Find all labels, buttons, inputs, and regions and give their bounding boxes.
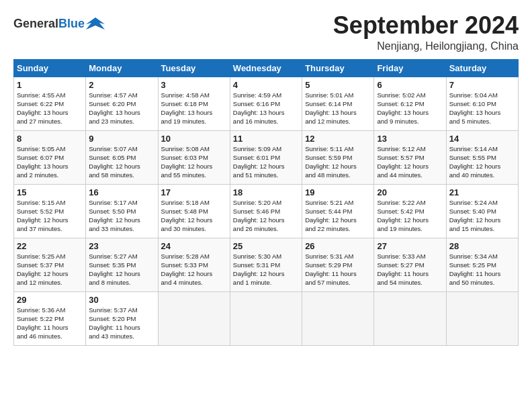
day-info: Sunset: 6:07 PM	[17, 154, 83, 163]
calendar-cell: 23Sunrise: 5:27 AMSunset: 5:35 PMDayligh…	[86, 238, 158, 291]
calendar-cell: 22Sunrise: 5:25 AMSunset: 5:37 PMDayligh…	[14, 238, 86, 291]
day-info: Sunrise: 5:17 AM	[89, 199, 154, 208]
calendar-cell	[302, 291, 374, 345]
day-info: Daylight: 12 hours	[233, 270, 299, 279]
day-info: Sunset: 5:37 PM	[17, 261, 83, 270]
day-number: 20	[377, 187, 443, 199]
day-info: Sunset: 5:59 PM	[305, 154, 371, 163]
day-number: 1	[17, 79, 83, 91]
day-info: and 44 minutes.	[377, 171, 443, 180]
day-info: Daylight: 11 hours	[377, 270, 443, 279]
calendar-cell: 9Sunrise: 5:07 AMSunset: 6:05 PMDaylight…	[86, 130, 158, 184]
calendar-cell: 15Sunrise: 5:15 AMSunset: 5:52 PMDayligh…	[14, 184, 86, 238]
svg-marker-0	[86, 17, 105, 30]
day-info: Sunrise: 5:25 AM	[17, 253, 83, 261]
day-info: and 55 minutes.	[161, 171, 227, 180]
weekday-header-monday: Monday	[86, 59, 158, 77]
day-info: Sunset: 6:05 PM	[89, 154, 154, 163]
calendar-week-row: 8Sunrise: 5:05 AMSunset: 6:07 PMDaylight…	[14, 130, 519, 184]
day-info: and 19 minutes.	[161, 118, 227, 126]
month-title: September 2024	[333, 12, 519, 39]
weekday-header-wednesday: Wednesday	[230, 59, 302, 77]
weekday-header-sunday: Sunday	[14, 59, 86, 77]
calendar-cell: 8Sunrise: 5:05 AMSunset: 6:07 PMDaylight…	[14, 130, 86, 184]
day-info: Sunrise: 4:55 AM	[17, 91, 83, 100]
day-info: and 43 minutes.	[89, 332, 154, 341]
day-info: Sunset: 5:40 PM	[449, 208, 515, 216]
day-info: Sunrise: 5:36 AM	[17, 306, 83, 315]
day-info: and 37 minutes.	[17, 225, 83, 234]
day-info: Daylight: 13 hours	[17, 109, 83, 118]
day-info: and 2 minutes.	[17, 171, 83, 180]
day-info: and 19 minutes.	[377, 225, 443, 234]
day-info: and 9 minutes.	[377, 118, 443, 126]
calendar-table: SundayMondayTuesdayWednesdayThursdayFrid…	[13, 59, 519, 346]
logo-bird-icon	[86, 15, 105, 34]
day-info: Daylight: 13 hours	[161, 109, 227, 118]
day-info: Sunrise: 4:57 AM	[89, 91, 154, 100]
day-info: Sunrise: 5:28 AM	[161, 253, 227, 261]
header: GeneralBlue September 2024 Nenjiang, Hei…	[13, 12, 519, 52]
day-info: Sunset: 6:10 PM	[449, 100, 515, 109]
day-info: Sunrise: 5:31 AM	[305, 253, 371, 261]
calendar-cell: 16Sunrise: 5:17 AMSunset: 5:50 PMDayligh…	[86, 184, 158, 238]
day-info: Sunrise: 5:08 AM	[161, 145, 227, 154]
day-info: Daylight: 12 hours	[449, 163, 515, 171]
location: Nenjiang, Heilongjiang, China	[333, 40, 519, 52]
calendar-cell: 30Sunrise: 5:37 AMSunset: 5:20 PMDayligh…	[86, 291, 158, 345]
day-info: Sunrise: 5:02 AM	[377, 91, 443, 100]
day-info: Sunset: 5:25 PM	[449, 261, 515, 270]
day-number: 29	[17, 294, 83, 306]
day-info: Sunrise: 5:20 AM	[233, 199, 299, 208]
day-info: Sunrise: 5:07 AM	[89, 145, 154, 154]
calendar-cell: 12Sunrise: 5:11 AMSunset: 5:59 PMDayligh…	[302, 130, 374, 184]
calendar-week-row: 15Sunrise: 5:15 AMSunset: 5:52 PMDayligh…	[14, 184, 519, 238]
day-info: and 12 minutes.	[305, 118, 371, 126]
day-info: Daylight: 13 hours	[449, 109, 515, 118]
day-number: 3	[161, 79, 227, 91]
calendar-cell: 11Sunrise: 5:09 AMSunset: 6:01 PMDayligh…	[230, 130, 302, 184]
day-info: Sunset: 6:18 PM	[161, 100, 227, 109]
day-info: Sunrise: 5:37 AM	[89, 306, 154, 315]
day-info: Daylight: 13 hours	[89, 109, 154, 118]
day-number: 15	[17, 187, 83, 199]
day-info: Daylight: 12 hours	[377, 163, 443, 171]
day-info: Sunrise: 5:24 AM	[449, 199, 515, 208]
day-info: Sunrise: 5:18 AM	[161, 199, 227, 208]
day-info: Daylight: 12 hours	[89, 163, 154, 171]
day-info: and 22 minutes.	[305, 225, 371, 234]
calendar-cell: 1Sunrise: 4:55 AMSunset: 6:22 PMDaylight…	[14, 77, 86, 130]
day-info: Daylight: 12 hours	[17, 216, 83, 225]
day-info: and 48 minutes.	[305, 171, 371, 180]
calendar-cell	[374, 291, 446, 345]
calendar-cell: 25Sunrise: 5:30 AMSunset: 5:31 PMDayligh…	[230, 238, 302, 291]
day-info: Daylight: 12 hours	[89, 216, 154, 225]
day-info: Sunset: 5:50 PM	[89, 208, 154, 216]
day-info: Sunset: 6:12 PM	[377, 100, 443, 109]
day-info: Sunrise: 5:34 AM	[449, 253, 515, 261]
day-info: Daylight: 12 hours	[449, 216, 515, 225]
day-info: Daylight: 13 hours	[17, 163, 83, 171]
day-info: Daylight: 11 hours	[89, 324, 154, 332]
day-info: Sunset: 5:55 PM	[449, 154, 515, 163]
calendar-cell: 18Sunrise: 5:20 AMSunset: 5:46 PMDayligh…	[230, 184, 302, 238]
day-info: Sunset: 6:16 PM	[233, 100, 299, 109]
day-info: Sunrise: 5:05 AM	[17, 145, 83, 154]
day-info: Daylight: 13 hours	[305, 109, 371, 118]
day-info: and 40 minutes.	[449, 171, 515, 180]
day-info: Sunset: 5:42 PM	[377, 208, 443, 216]
day-info: and 27 minutes.	[17, 118, 83, 126]
day-info: Daylight: 12 hours	[161, 216, 227, 225]
day-info: Daylight: 12 hours	[305, 216, 371, 225]
day-number: 4	[233, 79, 299, 91]
day-number: 30	[89, 294, 154, 306]
calendar-cell: 13Sunrise: 5:12 AMSunset: 5:57 PMDayligh…	[374, 130, 446, 184]
day-info: Sunrise: 5:15 AM	[17, 199, 83, 208]
day-info: Sunrise: 5:01 AM	[305, 91, 371, 100]
day-info: Sunset: 5:29 PM	[305, 261, 371, 270]
day-info: and 1 minute.	[233, 279, 299, 287]
day-info: and 4 minutes.	[161, 279, 227, 287]
calendar-cell	[230, 291, 302, 345]
day-info: Sunrise: 5:22 AM	[377, 199, 443, 208]
day-info: and 5 minutes.	[449, 118, 515, 126]
